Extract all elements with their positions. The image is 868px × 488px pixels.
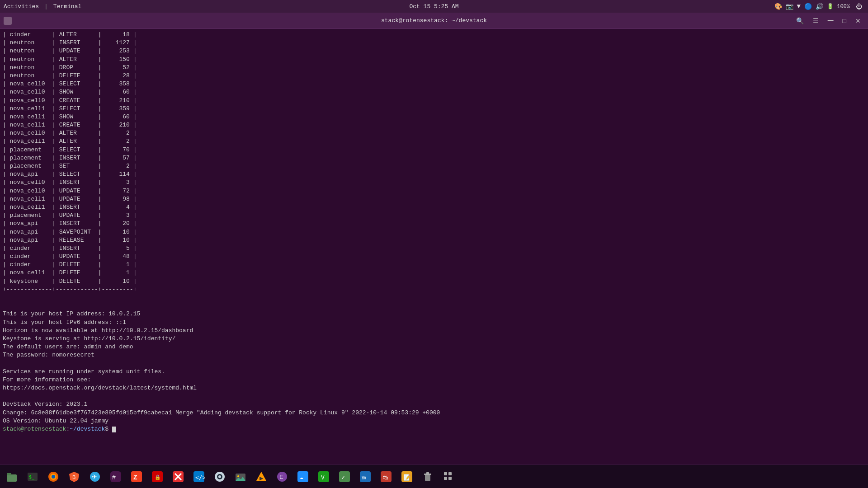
brave-icon[interactable]: B	[64, 467, 84, 487]
svg-text:📝: 📝	[403, 474, 411, 481]
svg-point-26	[237, 475, 239, 477]
info-services: Services are running under systemd unit …	[3, 368, 865, 376]
trash-icon[interactable]	[418, 467, 438, 487]
table-row: | placement | INSERT | 57 |	[3, 154, 865, 162]
table-row: | nova_api | SAVEPOINT | 10 |	[3, 228, 865, 236]
info-password: The password: nomoresecret	[3, 351, 865, 359]
svg-rect-0	[7, 474, 17, 482]
topbar-datetime: Oct 15 5:25 AM	[409, 3, 458, 10]
info-default_users: The default users are: admin and demo	[3, 343, 865, 351]
maximize-button[interactable]: □	[839, 16, 850, 25]
table-row: | nova_cell1 | UPDATE | 98 |	[3, 195, 865, 203]
wps-icon[interactable]: W	[355, 467, 375, 487]
table-row: | neutron | UPDATE | 253 |	[3, 47, 865, 55]
table-row: | placement | SELECT | 70 |	[3, 146, 865, 154]
terminal-icon[interactable]: $_	[23, 467, 42, 487]
svg-text:🔒: 🔒	[155, 474, 161, 480]
terminal-output: | cinder | ALTER | 18 || neutron | INSER…	[0, 29, 868, 465]
power-button[interactable]: ⏻	[854, 2, 864, 11]
vscode-icon[interactable]: </>	[189, 467, 209, 487]
bluetooth-icon: 🔵	[804, 3, 812, 10]
info-blank1	[3, 360, 865, 368]
todo-icon[interactable]: ✓	[335, 467, 354, 487]
minimize-button[interactable]: ─	[824, 15, 837, 26]
prompt-path: ~/devstack	[70, 426, 105, 432]
table-row: | nova_cell0 | INSERT | 3 |	[3, 178, 865, 187]
table-row: | cinder | UPDATE | 48 |	[3, 253, 865, 261]
blank-line-2	[3, 302, 865, 310]
table-row: | nova_cell1 | CREATE | 210 |	[3, 121, 865, 129]
table-row: | nova_cell1 | ALTER | 2 |	[3, 137, 865, 145]
grid-icon[interactable]	[439, 467, 458, 487]
table-row: | nova_cell1 | SELECT | 359 |	[3, 105, 865, 113]
vlc-icon[interactable]: ▶	[251, 467, 271, 487]
window-icon-area	[4, 17, 12, 25]
table-row: | placement | UPDATE | 3 |	[3, 211, 865, 220]
info-blank2	[3, 392, 865, 400]
table-row: | neutron | ALTER | 150 |	[3, 56, 865, 64]
terminal-window-icon	[4, 17, 12, 25]
search-button[interactable]: 🔍	[793, 16, 807, 25]
activities-label[interactable]: Activities	[4, 3, 39, 10]
close-button[interactable]: ✕	[852, 16, 864, 25]
table-row: | neutron | DROP | 52 |	[3, 64, 865, 72]
svg-text:$_: $_	[29, 474, 35, 480]
table-separator: +-------------+------------+---------+	[3, 286, 865, 294]
table-row: | cinder | INSERT | 5 |	[3, 244, 865, 253]
telegram-icon[interactable]: ✈	[85, 467, 105, 487]
pcloud-icon[interactable]: ☁	[293, 467, 313, 487]
cursor	[112, 427, 116, 432]
taskbar: $_B✈#Z🔒</>▶E☁V✓W🛍📝	[0, 465, 868, 488]
table-row: | cinder | DELETE | 1 |	[3, 261, 865, 269]
table-row: | neutron | DELETE | 28 |	[3, 72, 865, 80]
svg-point-6	[52, 475, 55, 479]
table-row: | keystone | DELETE | 10 |	[3, 277, 865, 286]
prompt-line: stack@rotensestack:~/devstack$	[3, 425, 865, 433]
screenshare-icon: 📷	[786, 3, 793, 10]
texteditor-icon[interactable]: 📝	[397, 467, 417, 487]
volume-icon: 🔊	[816, 3, 823, 10]
svg-rect-48	[448, 472, 452, 475]
svg-rect-1	[7, 473, 11, 475]
table-row: | nova_cell0 | SHOW | 60 |	[3, 88, 865, 96]
zed-icon[interactable]: Z	[127, 467, 146, 487]
info-output: This is your host IP address: 10.0.2.15T…	[3, 310, 865, 425]
info-host_ipv6: This is your host IPv6 address: ::1	[3, 319, 865, 327]
slack-icon[interactable]: #	[106, 467, 126, 487]
terminal-label[interactable]: Terminal	[53, 3, 81, 10]
info-horizon: Horizon is now available at http://10.0.…	[3, 327, 865, 335]
svg-text:#: #	[112, 474, 116, 481]
files-icon[interactable]	[2, 467, 22, 487]
emacs-icon[interactable]: E	[272, 467, 292, 487]
svg-rect-50	[448, 477, 452, 480]
vim-icon[interactable]: V	[314, 467, 334, 487]
svg-rect-44	[425, 474, 430, 481]
table-row: | neutron | INSERT | 1127 |	[3, 39, 865, 47]
svg-rect-49	[444, 477, 447, 480]
imageviewer-icon[interactable]	[231, 467, 250, 487]
xapp-icon[interactable]	[168, 467, 188, 487]
info-more_info: For more information see:	[3, 376, 865, 384]
svg-text:☁: ☁	[300, 474, 303, 481]
firefox-icon[interactable]	[43, 467, 63, 487]
svg-text:E: E	[279, 474, 283, 480]
table-row: | nova_cell1 | DELETE | 1 |	[3, 269, 865, 277]
color-icon: 🎨	[774, 3, 782, 10]
table-row: | nova_cell1 | SHOW | 60 |	[3, 113, 865, 121]
system-topbar: Activities | Terminal Oct 15 5:25 AM 🎨 📷…	[0, 0, 868, 13]
info-host_ip: This is your host IP address: 10.0.2.15	[3, 310, 865, 318]
appstore-icon[interactable]: 🛍	[376, 467, 396, 487]
table-output: | cinder | ALTER | 18 || neutron | INSER…	[3, 31, 865, 294]
menu-button[interactable]: ☰	[809, 16, 822, 25]
svg-text:✓: ✓	[341, 474, 345, 481]
window-title: stack@rotensestack: ~/devstack	[381, 17, 487, 24]
table-row: | nova_cell0 | UPDATE | 72 |	[3, 187, 865, 195]
network-icon: ▼	[797, 3, 801, 10]
prompt-user: stack@rotensestack	[3, 426, 66, 432]
taskbar-icons: $_B✈#Z🔒</>▶E☁V✓W🛍📝	[2, 467, 458, 487]
table-row: | nova_cell1 | INSERT | 4 |	[3, 203, 865, 211]
svg-rect-47	[444, 472, 447, 475]
info-keystone: Keystone is serving at http://10.0.2.15/…	[3, 335, 865, 343]
steam-icon[interactable]	[210, 467, 230, 487]
mullvad-icon[interactable]: 🔒	[147, 467, 167, 487]
